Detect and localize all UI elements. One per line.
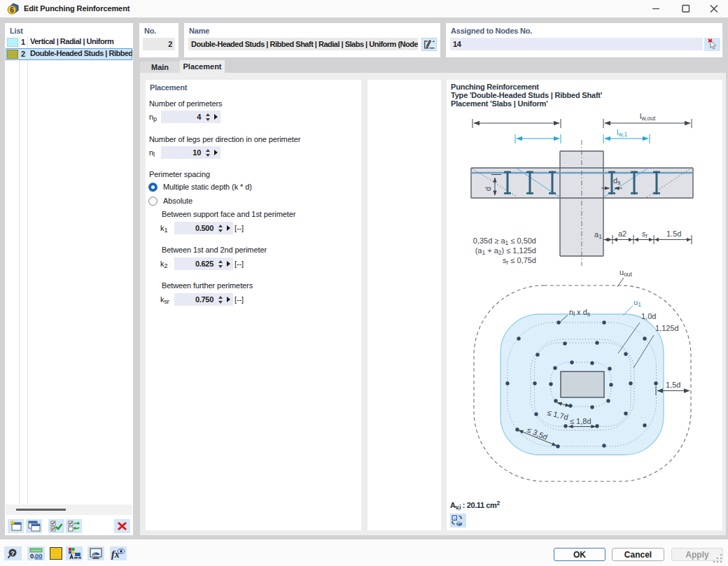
svg-text:Placement 'Slabs | Uniform': Placement 'Slabs | Uniform': [451, 99, 548, 108]
svg-text:lw,out: lw,out: [640, 112, 656, 122]
svg-text:Punching Reinforcement: Punching Reinforcement: [451, 83, 539, 91]
svg-text:u1: u1: [634, 298, 641, 308]
svg-text:lw,1: lw,1: [617, 128, 627, 138]
svg-text:a2: a2: [618, 229, 626, 238]
svg-text:00: 00: [35, 552, 43, 560]
svg-text:sr ≤ 0,75d: sr ≤ 0,75d: [503, 256, 536, 266]
svg-text:(a1 + a2) ≤ 1,125d: (a1 + a2) ≤ 1,125d: [475, 246, 536, 256]
svg-text:≤ 1,8d: ≤ 1,8d: [570, 417, 592, 425]
svg-text:1.5d: 1.5d: [666, 229, 681, 238]
svg-text:0,35d ≥ a1 ≤ 0,50d: 0,35d ≥ a1 ≤ 0,50d: [473, 236, 536, 246]
svg-text:uout: uout: [620, 268, 633, 278]
svg-text:Type 'Double-Headed Studs | Ri: Type 'Double-Headed Studs | Ribbed Shaft…: [451, 91, 603, 99]
svg-text:d: d: [484, 187, 492, 191]
svg-text:6: 6: [10, 6, 14, 14]
svg-text:nl x ds: nl x ds: [569, 308, 590, 318]
svg-text:1,5d: 1,5d: [666, 381, 680, 389]
svg-text:Av,i : 20.11 cm2: Av,i : 20.11 cm2: [450, 500, 500, 511]
svg-text:sr: sr: [642, 229, 648, 239]
svg-text:1,125d: 1,125d: [655, 324, 679, 332]
svg-text:1,0d: 1,0d: [641, 312, 656, 320]
svg-text:?: ?: [10, 550, 15, 557]
